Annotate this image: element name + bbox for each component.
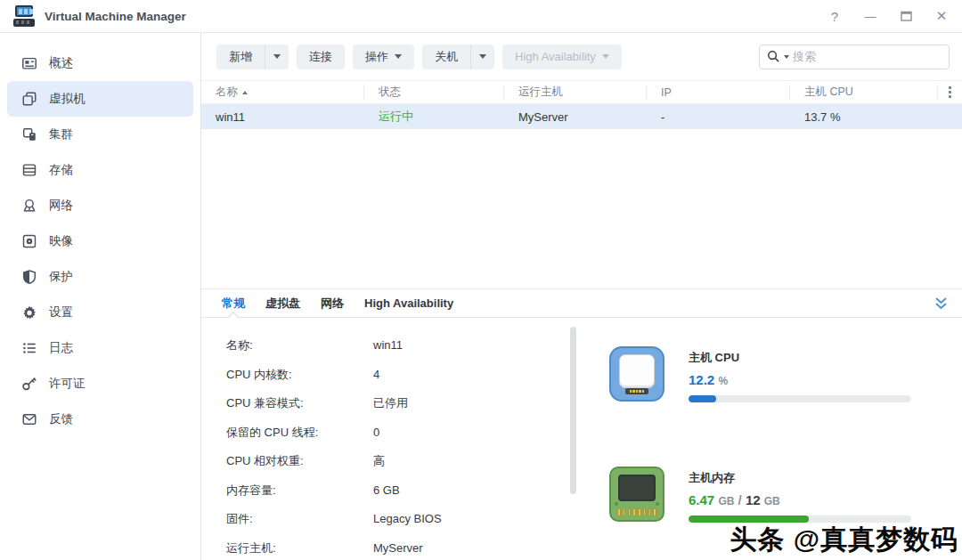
double-chevron-down-icon bbox=[934, 296, 948, 311]
field-label: CPU 内核数: bbox=[226, 366, 373, 384]
vm-host-cell: MyServer bbox=[504, 110, 647, 124]
column-header-status[interactable]: 状态 bbox=[364, 85, 504, 100]
host-memory-used-unit: GB bbox=[718, 495, 734, 507]
column-settings-button[interactable] bbox=[938, 85, 962, 100]
sidebar-item-storage[interactable]: 存储 bbox=[7, 152, 193, 188]
field-value: MyServer bbox=[373, 540, 423, 557]
sidebar-item-label: 虚拟机 bbox=[49, 91, 86, 107]
image-icon bbox=[21, 233, 37, 249]
sidebar-item-network[interactable]: 网络 bbox=[7, 188, 193, 223]
sidebar-item-overview[interactable]: 概述 bbox=[7, 45, 193, 81]
host-memory-bar-fill bbox=[689, 515, 809, 523]
add-button[interactable]: 新增 bbox=[216, 45, 289, 69]
field-label: CPU 相对权重: bbox=[226, 452, 373, 470]
close-button[interactable]: ✕ bbox=[933, 8, 950, 24]
sidebar-item-label: 保护 bbox=[49, 269, 73, 285]
tab-high-availability[interactable]: High Availability bbox=[364, 289, 453, 317]
license-icon bbox=[21, 376, 37, 392]
tab-general[interactable]: 常规 bbox=[222, 289, 245, 317]
network-icon bbox=[21, 198, 37, 214]
host-memory-total-unit: GB bbox=[764, 495, 780, 507]
sidebar-item-license[interactable]: 许可证 bbox=[7, 366, 193, 402]
vm-ip-cell: - bbox=[647, 110, 790, 124]
field-value: 4 bbox=[373, 366, 379, 384]
sidebar-item-image[interactable]: 映像 bbox=[7, 223, 193, 259]
sidebar-item-label: 概述 bbox=[49, 55, 73, 71]
high-availability-button: High Availability bbox=[502, 45, 622, 69]
storage-icon bbox=[21, 162, 37, 178]
sidebar-item-virtual-machine[interactable]: 虚拟机 bbox=[7, 81, 193, 117]
detail-tabs: 常规 虚拟盘 网络 High Availability bbox=[201, 289, 962, 318]
column-header-ip[interactable]: IP bbox=[647, 85, 790, 100]
sidebar-item-log[interactable]: 日志 bbox=[7, 330, 193, 366]
vmm-window: Virtual Machine Manager ? — ✕ bbox=[0, 0, 962, 560]
minimize-button[interactable]: — bbox=[862, 8, 878, 24]
sidebar-item-settings[interactable]: 设置 bbox=[7, 295, 193, 330]
maximize-button[interactable] bbox=[898, 8, 914, 24]
connect-button[interactable]: 连接 bbox=[297, 45, 345, 69]
app-title: Virtual Machine Manager bbox=[45, 10, 186, 23]
chevron-down-icon bbox=[602, 54, 609, 59]
overview-icon bbox=[21, 55, 37, 71]
virtual-machine-icon bbox=[21, 91, 37, 107]
column-label: 名称 bbox=[216, 85, 238, 100]
field-value: 高 bbox=[373, 452, 385, 470]
chevron-down-icon bbox=[479, 54, 486, 59]
protection-icon bbox=[21, 269, 37, 285]
table-header: 名称 状态 运行主机 IP 主机 CPU bbox=[201, 80, 962, 104]
sidebar-item-protection[interactable]: 保护 bbox=[7, 259, 193, 295]
collapse-panel-button[interactable] bbox=[934, 296, 948, 311]
sidebar-item-feedback[interactable]: 反馈 bbox=[7, 402, 193, 437]
tab-network[interactable]: 网络 bbox=[321, 289, 344, 317]
titlebar: Virtual Machine Manager ? — ✕ bbox=[0, 0, 962, 33]
table-row[interactable]: win11 运行中 MyServer - 13.7 % bbox=[201, 104, 962, 129]
ram-chip-icon bbox=[609, 467, 664, 522]
sidebar-item-cluster[interactable]: 集群 bbox=[7, 117, 193, 152]
action-button-label: 操作 bbox=[365, 49, 388, 65]
field-value: Legacy BIOS bbox=[373, 510, 442, 528]
ha-button-label: High Availability bbox=[515, 50, 596, 63]
vm-name-cell: win11 bbox=[201, 110, 364, 124]
shutdown-dropdown-button[interactable] bbox=[470, 45, 494, 69]
cpu-chip-icon bbox=[609, 346, 664, 402]
host-cpu-value: 12.2 bbox=[689, 372, 714, 387]
add-dropdown-button[interactable] bbox=[265, 45, 289, 69]
detail-panel: 常规 虚拟盘 网络 High Availability 名称:win11 bbox=[201, 288, 962, 560]
field-value: win11 bbox=[373, 337, 403, 354]
cluster-icon bbox=[21, 126, 37, 142]
host-cpu-bar-fill bbox=[689, 395, 716, 402]
tab-virtual-disk[interactable]: 虚拟盘 bbox=[265, 289, 300, 317]
toolbar: 新增 连接 操作 关机 High Availability bbox=[201, 33, 962, 80]
sidebar-item-label: 许可证 bbox=[49, 376, 86, 392]
chevron-down-icon bbox=[273, 54, 281, 59]
sidebar-item-label: 集群 bbox=[49, 126, 73, 142]
feedback-icon bbox=[21, 411, 37, 427]
shutdown-button[interactable]: 关机 bbox=[422, 45, 494, 69]
add-button-label: 新增 bbox=[216, 45, 265, 69]
field-label: 保留的 CPU 线程: bbox=[226, 424, 373, 442]
host-cpu-gauge: 主机 CPU 12.2 % bbox=[609, 346, 911, 402]
sidebar: 概述 虚拟机 集群 bbox=[0, 33, 201, 560]
search-scope-dropdown-icon[interactable] bbox=[784, 55, 789, 59]
column-header-name[interactable]: 名称 bbox=[201, 85, 364, 100]
column-label: IP bbox=[661, 86, 672, 99]
host-cpu-title: 主机 CPU bbox=[689, 350, 911, 366]
field-label: CPU 兼容模式: bbox=[226, 394, 373, 412]
shutdown-button-label: 关机 bbox=[422, 45, 470, 69]
search-input[interactable] bbox=[793, 50, 942, 63]
sidebar-item-label: 反馈 bbox=[49, 411, 73, 427]
detail-scrollbar[interactable] bbox=[570, 327, 576, 494]
sidebar-item-label: 设置 bbox=[49, 304, 73, 321]
column-header-cpu[interactable]: 主机 CPU bbox=[790, 85, 938, 100]
vm-status-cell: 运行中 bbox=[364, 109, 504, 125]
field-value: 已停用 bbox=[373, 394, 408, 412]
search-box[interactable] bbox=[759, 45, 950, 69]
host-memory-used: 6.47 bbox=[689, 492, 714, 507]
search-icon bbox=[767, 50, 780, 63]
maximize-icon bbox=[901, 11, 912, 21]
vm-cpu-cell: 13.7 % bbox=[790, 110, 938, 124]
action-button[interactable]: 操作 bbox=[353, 45, 414, 69]
help-button[interactable]: ? bbox=[827, 8, 843, 24]
host-memory-title: 主机内存 bbox=[689, 470, 911, 486]
column-header-host[interactable]: 运行主机 bbox=[504, 85, 647, 100]
